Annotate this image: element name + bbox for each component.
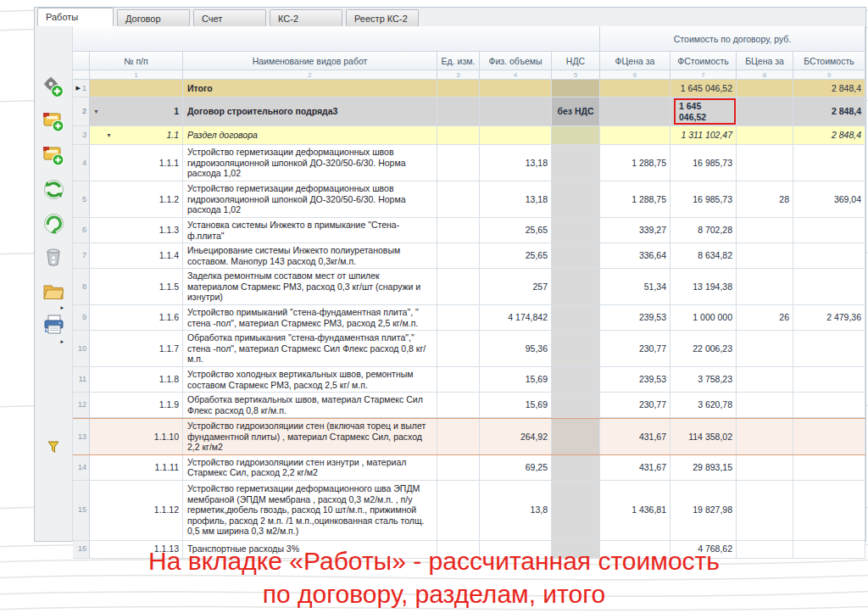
cell-fcost[interactable]: 1 645 046,52 (670, 98, 737, 125)
cell-bprice[interactable] (737, 218, 793, 242)
cell-num[interactable]: 1.1.8 (90, 367, 183, 392)
cell-fcost[interactable]: 13 194,38 (670, 269, 737, 304)
row-indicator-cell[interactable]: 14 (73, 455, 90, 480)
cell-unit[interactable] (437, 145, 480, 181)
cell-fcost[interactable]: 19 827,98 (670, 481, 737, 540)
cell-nds[interactable] (552, 181, 600, 217)
cell-fprice[interactable]: 239,53 (600, 367, 670, 392)
cell-unit[interactable] (437, 126, 480, 144)
refresh-button[interactable] (42, 177, 65, 201)
cell-fcost[interactable]: 29 893,15 (670, 455, 737, 480)
row-indicator-cell[interactable]: 2 (73, 98, 90, 125)
cell-volume[interactable] (480, 80, 552, 97)
cell-fprice[interactable]: 431,67 (600, 419, 670, 454)
cell-fcost[interactable]: 8 702,28 (670, 218, 737, 242)
cell-fprice[interactable] (600, 126, 670, 144)
cell-num[interactable]: 1.1.10 (90, 419, 183, 454)
row-indicator-cell[interactable]: 13 (73, 419, 90, 454)
cell-bprice[interactable] (737, 367, 793, 392)
row-indicator-cell[interactable]: 9 (73, 305, 90, 330)
expand-collapse-icon[interactable]: ▼ (93, 106, 99, 117)
tab-ks2[interactable]: КС-2 (270, 9, 342, 26)
column-header-unit[interactable]: Ед. изм. (437, 52, 480, 70)
cell-unit[interactable] (437, 481, 480, 540)
column-header-nds[interactable]: НДС (552, 52, 600, 70)
cell-nds[interactable] (552, 393, 600, 417)
table-row[interactable]: 7 1.1.4 Иньецирование системы Инжекто по… (73, 243, 865, 269)
delete-button[interactable] (42, 245, 65, 269)
cell-fprice[interactable]: 230,77 (600, 331, 670, 366)
cell-num[interactable]: 1.1.12 (90, 481, 183, 540)
cell-bcost[interactable] (793, 243, 865, 268)
cell-nds[interactable] (552, 305, 600, 330)
table-row[interactable]: 13 1.1.10 Устройство гидроизоляциии стен… (73, 418, 865, 455)
cell-fprice[interactable]: 336,64 (600, 243, 670, 268)
table-row[interactable]: 2 ▼1 Договор строительного подряда3 без … (73, 98, 865, 126)
row-indicator-cell[interactable]: 15 (73, 481, 90, 540)
cell-nds[interactable] (552, 243, 600, 268)
row-indicator-cell[interactable]: ▶1 (73, 80, 90, 97)
cell-bprice[interactable] (737, 269, 793, 304)
cell-num[interactable]: 1.1.4 (90, 243, 183, 268)
cell-num[interactable]: 1.1.2 (90, 181, 183, 217)
cell-num[interactable]: 1.1.11 (90, 455, 183, 480)
cell-name[interactable]: Раздел договора (183, 126, 437, 144)
row-indicator-cell[interactable]: 7 (73, 243, 90, 268)
cell-nds[interactable] (552, 145, 600, 181)
cell-name[interactable]: Устройство холодных вертикальных швов, р… (183, 367, 437, 392)
cell-name[interactable]: Устройство герметизации деформационного … (183, 481, 437, 540)
cell-fcost[interactable]: 1 645 046,52 (670, 80, 737, 97)
row-indicator-cell[interactable]: 8 (73, 269, 90, 304)
cell-bprice[interactable]: 28 (737, 181, 793, 217)
column-header-name[interactable]: Наименование видов работ (183, 52, 437, 70)
cell-fprice[interactable]: 1 436,81 (600, 481, 670, 540)
cell-unit[interactable] (437, 243, 480, 268)
cell-bcost[interactable]: 2 848,4 (793, 98, 865, 125)
cell-nds[interactable] (552, 455, 600, 480)
cell-nds[interactable] (552, 269, 600, 304)
cell-fprice[interactable] (600, 98, 670, 125)
cell-name[interactable]: Обработка примыкания "стена-фундаментная… (183, 331, 437, 366)
recalculate-button[interactable] (42, 211, 65, 235)
column-header-bcost[interactable]: БСтоимость (793, 52, 865, 70)
table-row[interactable]: 4 1.1.1 Устройство герметизации деформац… (73, 145, 865, 181)
tab-raboty[interactable]: Работы (37, 8, 114, 26)
cell-name[interactable]: Устройство примыканий "стена-фундаментна… (183, 305, 437, 330)
tab-dogovor[interactable]: Договор (117, 9, 190, 26)
cell-fcost[interactable]: 16 985,73 (670, 181, 737, 217)
cell-bprice[interactable]: 26 (737, 305, 793, 330)
open-folder-button[interactable]: ▸ (42, 279, 65, 303)
cell-name[interactable]: Устройство гидроизоляциии стен (включая … (183, 419, 437, 454)
table-row[interactable]: 5 1.1.2 Устройство герметизации деформац… (73, 181, 865, 218)
cell-num[interactable]: 1.1.7 (90, 331, 183, 366)
cell-bprice[interactable] (737, 331, 793, 366)
cell-fcost[interactable]: 8 634,82 (670, 243, 737, 268)
table-row[interactable]: 14 1.1.11 Устройство гидроизоляциии стен… (73, 455, 865, 481)
cell-fcost[interactable]: 114 358,02 (670, 419, 737, 454)
cell-name[interactable]: Заделка ремонтным составом мест от шпиле… (183, 269, 437, 304)
cell-unit[interactable] (437, 181, 480, 217)
cell-unit[interactable] (437, 419, 480, 454)
cell-num[interactable]: ▼1.1 (90, 126, 183, 144)
cell-fprice[interactable]: 1 288,75 (600, 181, 670, 217)
cell-bprice[interactable] (737, 393, 793, 417)
cell-name[interactable]: Итого (183, 80, 437, 97)
filter-button[interactable] (42, 435, 65, 459)
cell-bcost[interactable] (793, 331, 865, 366)
table-row[interactable]: ▶1 Итого 1 645 046,52 2 848,4 (73, 80, 865, 98)
cell-bprice[interactable] (737, 145, 793, 181)
table-row[interactable]: 9 1.1.6 Устройство примыканий "стена-фун… (73, 305, 865, 331)
cell-bprice[interactable] (737, 243, 793, 268)
row-indicator-cell[interactable]: 12 (73, 393, 90, 417)
table-row[interactable]: 11 1.1.8 Устройство холодных вертикальны… (73, 367, 865, 393)
cell-num[interactable]: 1.1.9 (90, 393, 183, 417)
row-indicator-cell[interactable]: 3 (73, 126, 90, 144)
cell-bprice[interactable] (737, 481, 793, 540)
cell-volume[interactable]: 25,65 (480, 218, 552, 242)
folder-more-arrow-icon[interactable]: ▸ (60, 304, 64, 310)
table-row[interactable]: 6 1.1.3 Установка системы Инжекто в прим… (73, 218, 865, 243)
cell-bcost[interactable] (793, 269, 865, 304)
cell-bcost[interactable]: 2 848,4 (793, 126, 865, 144)
cell-name[interactable]: Устройство герметизации деформационных ш… (183, 181, 437, 217)
tab-schet[interactable]: Счет (193, 9, 266, 26)
